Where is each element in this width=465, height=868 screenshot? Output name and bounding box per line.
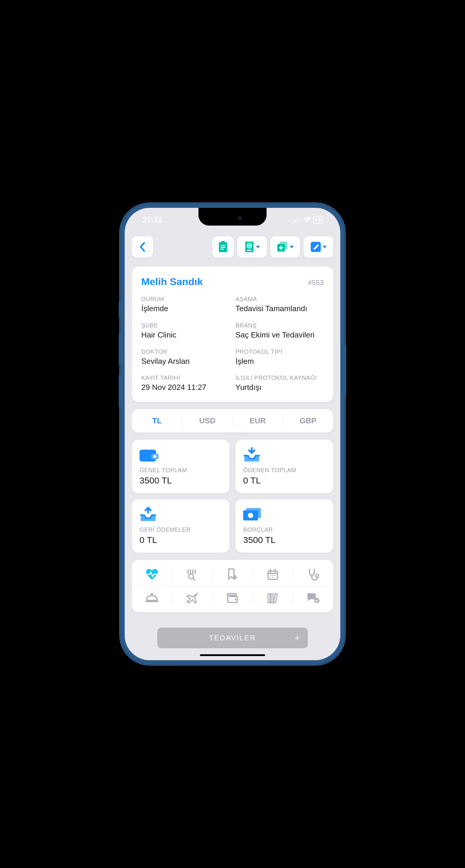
svg-point-20 [248,513,253,518]
cash-icon [243,506,325,522]
stat-label: GERİ ÖDEMELER [140,526,222,533]
inbox-in-icon [243,447,325,463]
svg-rect-0 [294,220,295,222]
add-dropdown[interactable] [270,236,300,257]
edit-dropdown[interactable] [303,236,333,257]
field-sube: ŞUBE Hair Clinic [141,322,230,340]
field-value: Hair Clinic [141,330,230,340]
field-value: Yurtdışı [235,382,324,393]
svg-rect-5 [221,241,225,243]
home-indicator[interactable] [200,654,265,656]
svg-rect-30 [268,594,270,603]
svg-point-24 [272,575,273,576]
stat-value: 0 TL [140,535,222,545]
chat-check-icon [306,592,320,604]
bottom-action-bar[interactable]: TEDAVİLER + [157,628,308,648]
field-label: KAYIT TARİHİ [141,374,230,381]
field-value: 29 Nov 2024 11:27 [141,382,230,393]
cellular-icon [294,217,301,222]
tab-tl[interactable]: TL [132,411,182,430]
patient-id: #553 [308,279,324,287]
svg-point-23 [270,575,271,576]
svg-rect-8 [221,249,224,250]
svg-rect-6 [221,245,225,246]
bottom-label: TEDAVİLER [209,634,256,642]
svg-point-26 [270,577,271,578]
clipboard-icon [218,241,228,253]
chevron-down-icon [323,246,327,248]
toolbar [132,236,333,257]
svg-rect-7 [221,247,225,248]
svg-rect-2 [298,218,299,222]
stat-label: BORÇLAR [243,526,325,533]
tab-usd[interactable]: USD [182,411,233,430]
field-value: İşlemde [141,304,230,314]
tab-analysis[interactable] [172,563,212,586]
power-button [345,345,346,396]
svg-rect-31 [271,594,273,603]
stat-genel-toplam[interactable]: GENEL TOPLAM 3500 TL [132,440,230,493]
stat-geri-odemeler[interactable]: GERİ ÖDEMELER 0 TL [132,499,230,553]
field-label: ŞUBE [141,322,230,329]
app-content: Melih Sandık #553 DURUM İşlemde AŞAMA Te… [125,231,340,660]
edit-icon [310,241,321,252]
field-label: BRANŞ [235,322,324,329]
tab-medical[interactable] [293,563,333,586]
notch [198,208,267,225]
wallet-icon [226,592,239,603]
books-icon [267,592,279,604]
svg-rect-32 [273,594,277,603]
tab-gbp[interactable]: GBP [283,411,333,430]
service-bell-icon [145,593,158,603]
field-asama: AŞAMA Tedavisi Tamamlandı [235,296,324,314]
tab-eur[interactable]: EUR [233,411,283,430]
battery-icon: 63 [313,216,323,224]
stat-value: 3500 TL [140,475,222,486]
wallet-icon [140,447,222,463]
svg-rect-1 [296,219,297,222]
passport-dropdown[interactable] [237,236,267,257]
field-value: Saç Ekimi ve Tedavileri [235,330,324,340]
stat-borclar[interactable]: BORÇLAR 3500 TL [235,499,333,553]
tab-notes[interactable] [212,563,253,586]
tab-messages[interactable] [293,587,333,609]
field-value: Sevilay Arslan [141,356,230,367]
stat-odenen-toplam[interactable]: ÖDENEN TOPLAM 0 TL [235,440,333,493]
tab-calendar[interactable] [253,563,293,586]
chevron-left-icon [139,242,146,252]
status-time: 21:31 [142,215,162,224]
wifi-icon [303,217,311,222]
svg-point-17 [153,455,156,458]
patient-name[interactable]: Melih Sandık [141,276,203,287]
currency-tabs: TL USD EUR GBP [132,409,333,433]
tab-treatments[interactable] [132,563,172,586]
field-label: DURUM [141,296,230,303]
volume-up [119,333,120,366]
patient-card: Melih Sandık #553 DURUM İşlemde AŞAMA Te… [132,267,333,402]
field-protokol: PROTOKOL TİPİ İşlem [235,348,324,367]
stat-value: 0 TL [243,475,325,486]
bookmark-add-icon [227,568,238,581]
field-durum: DURUM İşlemde [141,296,230,314]
svg-point-25 [274,575,275,576]
tab-travel[interactable] [172,587,212,609]
field-label: AŞAMA [235,296,324,303]
tab-service[interactable] [132,587,172,609]
field-value: Tedavisi Tamamlandı [235,304,324,314]
stat-label: ÖDENEN TOPLAM [243,467,325,474]
add-button[interactable]: + [294,633,301,643]
stethoscope-icon [307,568,319,581]
clipboard-button[interactable] [212,236,234,257]
field-label: PROTOKOL TİPİ [235,348,324,355]
svg-rect-3 [299,217,301,222]
svg-point-28 [316,574,319,577]
svg-point-29 [235,598,236,600]
chevron-down-icon [290,246,294,248]
field-kayit: KAYIT TARİHİ 29 Nov 2024 11:27 [141,374,230,393]
tab-documents[interactable] [253,587,293,609]
status-right: 63 [294,216,323,224]
back-button[interactable] [132,236,153,257]
calendar-icon [267,569,279,581]
airplane-icon [186,592,199,604]
tab-payments[interactable] [212,587,253,609]
